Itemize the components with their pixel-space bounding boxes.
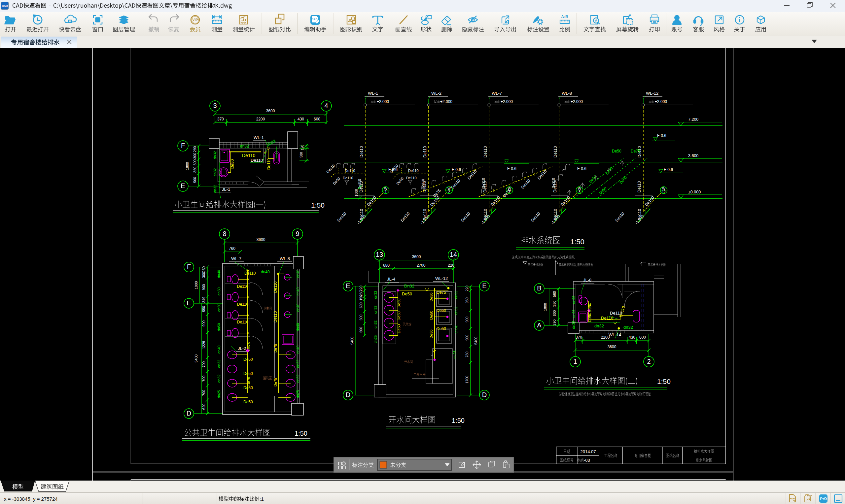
svg-text::1: :1	[260, 496, 264, 502]
svg-text:VIP: VIP	[192, 18, 198, 22]
svg-text:CAD: CAD	[312, 18, 318, 21]
svg-text:A: A	[595, 19, 597, 22]
svg-text:PDF: PDF	[807, 494, 812, 497]
svg-text:PDF: PDF	[790, 497, 795, 500]
svg-text:x = -303845 y = 275724: x = -303845 y = 275724	[4, 496, 58, 502]
svg-text:A:B: A:B	[561, 15, 568, 19]
svg-text:P: P	[820, 497, 822, 501]
svg-text:CAD: CAD	[2, 4, 7, 7]
svg-text:D: D	[824, 497, 827, 501]
